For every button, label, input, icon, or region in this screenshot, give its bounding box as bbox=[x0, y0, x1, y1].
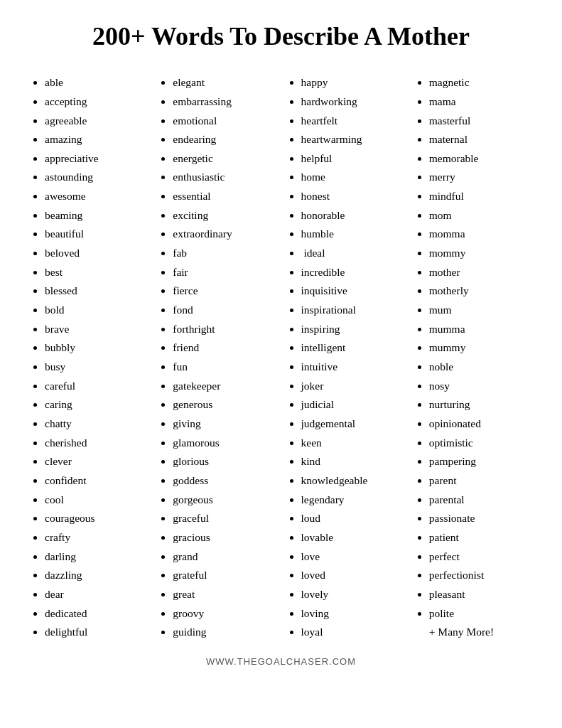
list-item: grateful bbox=[173, 566, 274, 585]
list-item: heartfelt bbox=[301, 112, 402, 131]
list-item: graceful bbox=[173, 509, 274, 528]
list-item: friend bbox=[173, 338, 274, 358]
list-item: glorious bbox=[173, 452, 274, 471]
list-item: crafty bbox=[45, 528, 146, 547]
list-item: generous bbox=[173, 395, 274, 414]
list-item: nurturing bbox=[429, 395, 530, 414]
list-item: fair bbox=[173, 263, 274, 282]
list-item: careful bbox=[45, 377, 146, 396]
list-item: maternal bbox=[429, 130, 530, 149]
list-item: joker bbox=[301, 377, 402, 396]
list-item: masterful bbox=[429, 112, 530, 131]
list-item: essential bbox=[173, 187, 274, 206]
list-item: kind bbox=[301, 452, 402, 471]
list-item: mama bbox=[429, 92, 530, 112]
list-item: gorgeous bbox=[173, 491, 274, 510]
list-item: groovy bbox=[173, 604, 274, 623]
list-item: pampering bbox=[429, 452, 530, 471]
list-item: keen bbox=[301, 434, 402, 453]
list-item: endearing bbox=[173, 130, 274, 149]
list-item: best bbox=[45, 263, 146, 282]
extra-note: + Many More! bbox=[416, 623, 530, 642]
list-item: goddess bbox=[173, 471, 274, 491]
list-item: loved bbox=[301, 566, 402, 585]
list-item: honorable bbox=[301, 206, 402, 225]
word-list-3: happyhardworkingheartfeltheartwarminghel… bbox=[288, 73, 402, 642]
list-item: knowledgeable bbox=[301, 471, 402, 491]
list-item: loving bbox=[301, 604, 402, 623]
list-item: accepting bbox=[45, 92, 146, 112]
list-item: exciting bbox=[173, 206, 274, 225]
list-item: fierce bbox=[173, 282, 274, 301]
list-item: pleasant bbox=[429, 585, 530, 604]
list-item: nosy bbox=[429, 377, 530, 396]
list-item: parent bbox=[429, 471, 530, 491]
list-item: optimistic bbox=[429, 434, 530, 453]
list-item: passionate bbox=[429, 509, 530, 528]
list-item: fond bbox=[173, 301, 274, 320]
list-item: ideal bbox=[301, 244, 402, 263]
list-item: embarrassing bbox=[173, 92, 274, 112]
list-item: awesome bbox=[45, 187, 146, 206]
list-item: darling bbox=[45, 547, 146, 567]
list-item: gatekeeper bbox=[173, 377, 274, 396]
list-item: dear bbox=[45, 585, 146, 604]
list-item: great bbox=[173, 585, 274, 604]
list-item: love bbox=[301, 547, 402, 567]
list-item: mommy bbox=[429, 244, 530, 263]
list-item: astounding bbox=[45, 168, 146, 187]
list-item: gracious bbox=[173, 528, 274, 547]
list-item: caring bbox=[45, 395, 146, 414]
footer-url: WWW.THEGOALCHASER.COM bbox=[28, 656, 534, 667]
list-item: fab bbox=[173, 244, 274, 263]
list-item: noble bbox=[429, 358, 530, 377]
list-item: happy bbox=[301, 73, 402, 92]
list-item: perfect bbox=[429, 547, 530, 567]
column-1: ableacceptingagreeableamazingappreciativ… bbox=[28, 73, 149, 642]
list-item: inspirational bbox=[301, 301, 402, 320]
list-item: incredible bbox=[301, 263, 402, 282]
word-list-2: elegantembarrassingemotionalendearingene… bbox=[160, 73, 274, 642]
list-item: legendary bbox=[301, 491, 402, 510]
list-item: appreciative bbox=[45, 149, 146, 168]
list-item: extraordinary bbox=[173, 225, 274, 244]
list-item: enthusiastic bbox=[173, 168, 274, 187]
list-item: opinionated bbox=[429, 414, 530, 434]
list-item: memorable bbox=[429, 149, 530, 168]
word-list-1: ableacceptingagreeableamazingappreciativ… bbox=[32, 73, 146, 642]
list-item: intuitive bbox=[301, 358, 402, 377]
list-item: beloved bbox=[45, 244, 146, 263]
list-item: magnetic bbox=[429, 73, 530, 92]
list-item: dazzling bbox=[45, 566, 146, 585]
column-2: elegantembarrassingemotionalendearingene… bbox=[156, 73, 277, 642]
column-4: magneticmamamasterfulmaternalmemorableme… bbox=[413, 73, 534, 642]
list-item: agreeable bbox=[45, 112, 146, 131]
list-item: cool bbox=[45, 491, 146, 510]
list-item: honest bbox=[301, 187, 402, 206]
list-item: inspiring bbox=[301, 320, 402, 339]
list-item: brave bbox=[45, 320, 146, 339]
list-item: mumma bbox=[429, 320, 530, 339]
list-item: clever bbox=[45, 452, 146, 471]
list-item: hardworking bbox=[301, 92, 402, 112]
list-item: merry bbox=[429, 168, 530, 187]
list-item: polite bbox=[429, 604, 530, 623]
list-item: mom bbox=[429, 206, 530, 225]
list-item: bold bbox=[45, 301, 146, 320]
list-item: bubbly bbox=[45, 338, 146, 358]
list-item: guiding bbox=[173, 623, 274, 642]
list-item: forthright bbox=[173, 320, 274, 339]
page-title: 200+ Words To Describe A Mother bbox=[28, 21, 534, 52]
list-item: lovely bbox=[301, 585, 402, 604]
list-item: intelligent bbox=[301, 338, 402, 358]
word-list-4: magneticmamamasterfulmaternalmemorableme… bbox=[416, 73, 530, 623]
list-item: helpful bbox=[301, 149, 402, 168]
list-item: busy bbox=[45, 358, 146, 377]
list-item: lovable bbox=[301, 528, 402, 547]
list-item: confident bbox=[45, 471, 146, 491]
list-item: mindful bbox=[429, 187, 530, 206]
list-item: beaming bbox=[45, 206, 146, 225]
list-item: chatty bbox=[45, 414, 146, 434]
list-item: parental bbox=[429, 491, 530, 510]
list-item: humble bbox=[301, 225, 402, 244]
